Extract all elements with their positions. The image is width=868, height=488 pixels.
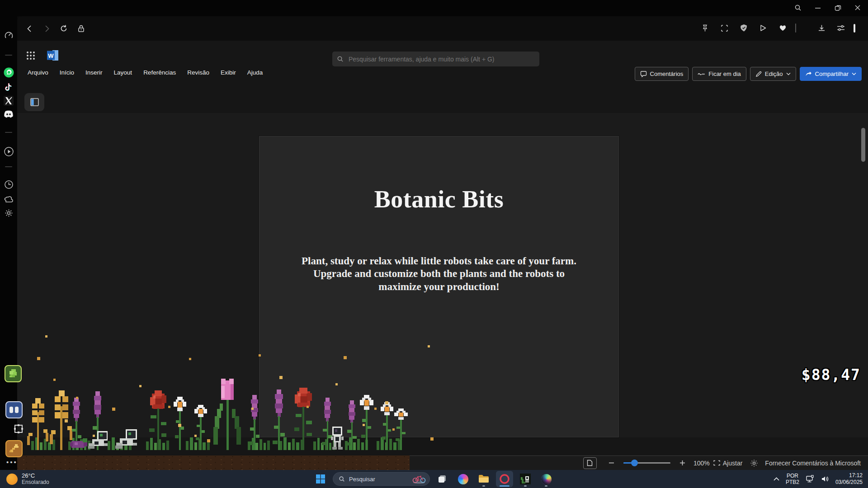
- weather-widget[interactable]: 26°C Ensolarado: [0, 472, 108, 486]
- discord-icon[interactable]: [0, 110, 17, 118]
- tune-icon[interactable]: [834, 21, 848, 35]
- nav-pane-toggle-button[interactable]: [24, 93, 44, 111]
- sidebar-toggle-handle[interactable]: [854, 24, 855, 33]
- file-explorer-button[interactable]: [475, 471, 492, 487]
- document-body: Plant, study or relax while little robot…: [294, 255, 584, 293]
- reload-button[interactable]: [56, 21, 71, 36]
- menu-inicio[interactable]: Início: [60, 69, 74, 76]
- botanic-bits-taskbar-button[interactable]: [517, 471, 534, 487]
- bing-daily-bicycle-icon: [411, 474, 427, 484]
- tray-chevron-up-icon[interactable]: [774, 477, 779, 481]
- windows-taskbar: 26°C Ensolarado Pesquisar: [0, 470, 868, 488]
- game-money-counter: $88,47: [802, 366, 861, 384]
- heart-icon[interactable]: [776, 21, 789, 35]
- catch-up-button[interactable]: Ficar em dia: [692, 67, 746, 81]
- fit-page-button[interactable]: Ajustar: [713, 460, 743, 467]
- player-icon[interactable]: [756, 21, 770, 35]
- document-title: Botanic Bits: [259, 185, 618, 213]
- document-canvas: Botanic Bits Plant, study or relax while…: [17, 113, 868, 437]
- word-logo[interactable]: W: [47, 50, 59, 61]
- browser-topbar: [0, 0, 868, 16]
- menu-ajuda[interactable]: Ajuda: [247, 69, 263, 76]
- download-icon[interactable]: [815, 21, 828, 35]
- tray-date: 03/06/2025: [835, 479, 863, 486]
- weather-temp: 26°C: [22, 472, 49, 479]
- gx-corner-icon[interactable]: [0, 146, 17, 157]
- snapshot-icon[interactable]: [717, 21, 731, 35]
- start-button[interactable]: [312, 471, 329, 487]
- opera-gx-icon: [499, 474, 510, 484]
- settings-gear-icon[interactable]: [0, 208, 17, 218]
- zoom-out-button[interactable]: [603, 460, 620, 466]
- editing-mode-button[interactable]: Edição: [750, 67, 796, 81]
- copilot-button[interactable]: [454, 471, 472, 487]
- app-launcher-waffle-icon[interactable]: [26, 51, 36, 61]
- taskbar-search-label: Pesquisar: [349, 476, 407, 483]
- back-button[interactable]: [22, 21, 37, 36]
- game-more-dots[interactable]: •••: [6, 458, 18, 466]
- clock-widget[interactable]: 17:12 03/06/2025: [835, 472, 863, 486]
- chevron-down-icon: [852, 72, 856, 75]
- robot-eyes-icon: [9, 406, 19, 413]
- copilot-icon: [458, 474, 468, 484]
- extensions-icon[interactable]: [0, 194, 17, 204]
- share-icon: [805, 71, 812, 77]
- history-icon[interactable]: [0, 180, 17, 189]
- tab-search-icon[interactable]: [791, 1, 805, 14]
- frame-icon: [13, 423, 24, 434]
- network-icon[interactable]: [806, 475, 815, 483]
- lock-icon[interactable]: [73, 21, 89, 36]
- input-language-indicator[interactable]: POR PTB2: [786, 473, 799, 485]
- game-frame-button[interactable]: [13, 423, 24, 435]
- sidebar-divider: [5, 132, 12, 133]
- menu-revisao[interactable]: Revisão: [187, 69, 209, 76]
- vertical-scrollbar[interactable]: [861, 128, 865, 162]
- activity-icon: [698, 71, 705, 77]
- whatsapp-icon[interactable]: [0, 67, 17, 78]
- page-view-button[interactable]: [583, 457, 597, 469]
- game-robots-button[interactable]: [5, 401, 23, 418]
- shield-check-icon[interactable]: [737, 21, 750, 35]
- system-tray: POR PTB2 17:12 03/06/2025: [774, 472, 868, 486]
- close-button[interactable]: [851, 1, 864, 14]
- windows-logo-icon: [316, 474, 326, 484]
- pencil-icon: [755, 71, 762, 77]
- comments-button[interactable]: Comentários: [635, 67, 689, 81]
- word-menubar: Arquivo Início Inserir Layout Referência…: [28, 69, 263, 76]
- game-tools-button[interactable]: [5, 440, 23, 457]
- search-icon: [339, 476, 345, 482]
- restore-button[interactable]: [831, 1, 844, 14]
- taskbar-search[interactable]: Pesquisar: [333, 472, 430, 486]
- sidebar-divider: [5, 55, 12, 56]
- zoom-slider-thumb[interactable]: [631, 460, 638, 466]
- word-search-input[interactable]: [348, 55, 535, 63]
- svg-text:W: W: [48, 52, 54, 59]
- pin-icon[interactable]: [698, 21, 712, 35]
- speed-dial-icon[interactable]: [0, 31, 17, 40]
- x-icon[interactable]: [0, 96, 17, 106]
- minimize-button[interactable]: [811, 1, 825, 14]
- zoom-in-button[interactable]: [674, 460, 691, 466]
- brightness-icon[interactable]: [750, 460, 758, 467]
- share-button[interactable]: Compartilhar: [800, 67, 862, 81]
- game-soil-strip: [17, 455, 410, 470]
- menu-inserir[interactable]: Inserir: [85, 69, 103, 76]
- forward-button[interactable]: [39, 21, 54, 36]
- menu-arquivo[interactable]: Arquivo: [28, 69, 48, 76]
- task-view-button[interactable]: [434, 471, 451, 487]
- opera-gx-taskbar-button[interactable]: [496, 471, 513, 487]
- page-icon: [587, 460, 593, 466]
- color-sphere-app-button[interactable]: [538, 471, 555, 487]
- tiktok-icon[interactable]: [0, 83, 17, 93]
- menu-referencias[interactable]: Referências: [143, 69, 176, 76]
- zoom-level[interactable]: 100%: [693, 460, 710, 467]
- zoom-slider[interactable]: [623, 462, 670, 464]
- game-plants-button[interactable]: [5, 365, 22, 382]
- document-page[interactable]: Botanic Bits Plant, study or relax while…: [259, 136, 619, 437]
- menu-exibir[interactable]: Exibir: [221, 69, 236, 76]
- browser-addressbar: [17, 16, 868, 41]
- feedback-link[interactable]: Fornecer Comentários à Microsoft: [765, 460, 861, 467]
- volume-icon[interactable]: [821, 475, 829, 483]
- word-search[interactable]: [332, 52, 539, 66]
- menu-layout[interactable]: Layout: [114, 69, 132, 76]
